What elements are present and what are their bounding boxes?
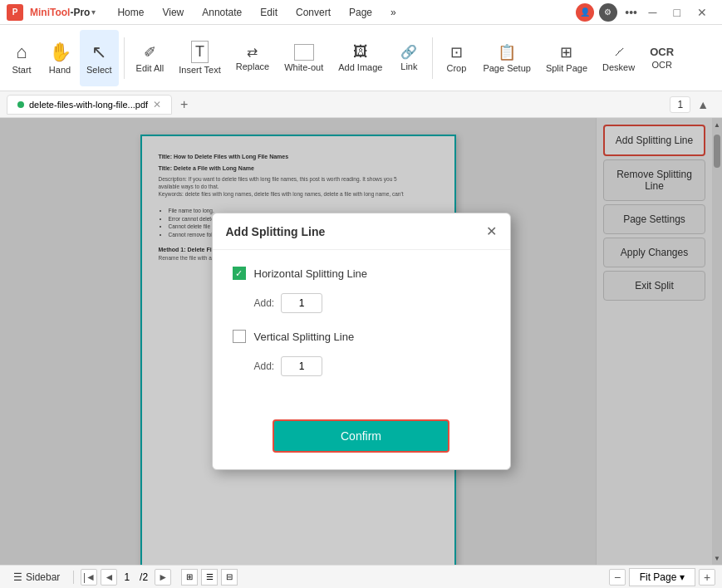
next-page-button[interactable]: ► bbox=[155, 569, 171, 586]
new-tab-button[interactable]: + bbox=[172, 94, 196, 115]
toolbar-hand[interactable]: ✋ Hand bbox=[42, 30, 78, 86]
edit-all-icon: ✐ bbox=[144, 43, 156, 61]
sidebar-toggle[interactable]: ☰ Sidebar bbox=[7, 570, 66, 585]
sidebar-icon: ☰ bbox=[13, 571, 22, 583]
first-page-button[interactable]: |◄ bbox=[81, 569, 97, 586]
bottombar-divider-1 bbox=[73, 571, 74, 584]
titlebar-nav: Home View Annotate Edit Convert Page » bbox=[109, 5, 404, 20]
toolbar-replace-label: Replace bbox=[236, 61, 269, 71]
toolbar-start-label: Start bbox=[12, 65, 31, 75]
page-navigation: |◄ ◄ 1 /2 ► bbox=[81, 569, 171, 586]
toolbar-add-image[interactable]: 🖼 Add Image bbox=[332, 30, 389, 86]
vertical-add-label: Add: bbox=[254, 360, 275, 372]
app-dropdown-icon[interactable]: ▾ bbox=[91, 7, 96, 17]
titlebar: P MiniTool-Pro ▾ Home View Annotate Edit… bbox=[0, 0, 722, 25]
toolbar-insert-text[interactable]: T Insert Text bbox=[172, 30, 228, 86]
zoom-controls: − Fit Page ▾ + bbox=[609, 568, 715, 586]
vertical-add-input[interactable] bbox=[281, 356, 322, 376]
tab-filename: delete-files-with-long-file...pdf bbox=[29, 100, 148, 110]
toolbar-split-page-label: Split Page bbox=[546, 63, 587, 73]
dialog-overlay: Add Splitting Line ✕ ✓ Horizontal Splitt… bbox=[0, 118, 722, 565]
deskew-icon: ⟋ bbox=[611, 43, 626, 61]
horizontal-add-row: Add: bbox=[254, 293, 490, 313]
toolbar: ⌂ Start ✋ Hand ↖ Select ✐ Edit All T Ins… bbox=[0, 25, 722, 91]
nav-home[interactable]: Home bbox=[109, 5, 152, 20]
zoom-in-button[interactable]: + bbox=[699, 569, 715, 586]
toolbar-white-out[interactable]: White-out bbox=[278, 30, 330, 86]
account-icon[interactable]: 👤 bbox=[576, 3, 594, 22]
toolbar-edit-all-label: Edit All bbox=[136, 63, 165, 73]
horizontal-add-input[interactable] bbox=[281, 293, 322, 313]
dialog-body: ✓ Horizontal Splitting Line Add: Vertica… bbox=[213, 250, 510, 409]
toolbar-add-image-label: Add Image bbox=[338, 62, 382, 72]
toolbar-white-out-label: White-out bbox=[284, 62, 323, 72]
confirm-button[interactable]: Confirm bbox=[273, 419, 449, 453]
vertical-row: Vertical Splitting Line bbox=[233, 330, 490, 343]
zoom-value-container[interactable]: Fit Page ▾ bbox=[629, 568, 695, 586]
dialog-title: Add Splitting Line bbox=[226, 225, 326, 238]
toolbar-deskew[interactable]: ⟋ Deskew bbox=[596, 30, 641, 86]
view-options: ⊞ ☰ ⊟ bbox=[181, 569, 238, 586]
more-options-icon[interactable]: ••• bbox=[622, 3, 641, 22]
horizontal-row: ✓ Horizontal Splitting Line bbox=[233, 267, 490, 280]
nav-convert[interactable]: Convert bbox=[287, 5, 339, 20]
add-splitting-line-dialog: Add Splitting Line ✕ ✓ Horizontal Splitt… bbox=[212, 213, 511, 470]
view-option-1[interactable]: ⊞ bbox=[181, 569, 198, 586]
toolbar-page-setup-label: Page Setup bbox=[483, 63, 531, 73]
nav-page[interactable]: Page bbox=[341, 5, 381, 20]
app-name: MiniTool-Pro bbox=[30, 7, 90, 18]
toolbar-deskew-label: Deskew bbox=[602, 62, 635, 72]
crop-icon: ⊡ bbox=[450, 43, 463, 61]
tab-scroll-up[interactable]: ▲ bbox=[690, 98, 715, 111]
vertical-label: Vertical Splitting Line bbox=[254, 331, 355, 343]
current-page: 1 bbox=[120, 571, 133, 583]
maximize-button[interactable]: □ bbox=[666, 0, 689, 25]
vertical-checkbox[interactable] bbox=[233, 330, 246, 343]
split-page-icon: ⊞ bbox=[560, 43, 572, 61]
toolbar-insert-text-label: Insert Text bbox=[179, 65, 221, 75]
view-option-2[interactable]: ☰ bbox=[201, 569, 218, 586]
dialog-close-button[interactable]: ✕ bbox=[486, 223, 497, 239]
toolbar-edit-all[interactable]: ✐ Edit All bbox=[130, 30, 171, 86]
vertical-add-row: Add: bbox=[254, 356, 490, 376]
zoom-out-button[interactable]: − bbox=[609, 569, 626, 586]
hand-icon: ✋ bbox=[49, 42, 71, 63]
nav-edit[interactable]: Edit bbox=[252, 5, 286, 20]
main-area: Title: How to Delete Files with Long Fil… bbox=[0, 118, 722, 565]
horizontal-checkbox[interactable]: ✓ bbox=[233, 267, 246, 280]
select-icon: ↖ bbox=[91, 42, 106, 63]
toolbar-select[interactable]: ↖ Select bbox=[80, 30, 119, 86]
nav-view[interactable]: View bbox=[154, 5, 192, 20]
titlebar-actions: 👤 ⚙ ••• bbox=[576, 3, 641, 22]
settings-icon[interactable]: ⚙ bbox=[599, 3, 617, 22]
nav-more[interactable]: » bbox=[382, 5, 405, 20]
toolbar-page-setup[interactable]: 📋 Page Setup bbox=[476, 30, 538, 86]
nav-annotate[interactable]: Annotate bbox=[194, 5, 250, 20]
toolbar-ocr-label: OCR bbox=[651, 60, 671, 70]
white-out-icon bbox=[294, 44, 314, 61]
start-icon: ⌂ bbox=[16, 42, 27, 63]
prev-page-button[interactable]: ◄ bbox=[101, 569, 117, 586]
minimize-button[interactable]: ─ bbox=[641, 0, 666, 25]
toolbar-link-label: Link bbox=[400, 61, 417, 71]
insert-text-icon: T bbox=[191, 41, 209, 63]
toolbar-ocr[interactable]: OCR OCR bbox=[643, 30, 680, 86]
toolbar-link[interactable]: 🔗 Link bbox=[390, 30, 427, 86]
replace-icon: ⇄ bbox=[247, 44, 258, 60]
toolbar-start[interactable]: ⌂ Start bbox=[3, 30, 40, 86]
dialog-footer: Confirm bbox=[213, 409, 510, 469]
app-logo: P bbox=[7, 4, 23, 21]
close-button[interactable]: ✕ bbox=[689, 0, 715, 25]
toolbar-crop[interactable]: ⊡ Crop bbox=[438, 30, 474, 86]
toolbar-replace[interactable]: ⇄ Replace bbox=[229, 30, 276, 86]
horizontal-label: Horizontal Splitting Line bbox=[254, 267, 368, 280]
zoom-value: Fit Page bbox=[640, 571, 677, 583]
link-icon: 🔗 bbox=[400, 44, 417, 60]
document-tab[interactable]: delete-files-with-long-file...pdf ✕ bbox=[7, 95, 172, 115]
toolbar-split-page[interactable]: ⊞ Split Page bbox=[539, 30, 594, 86]
view-option-3[interactable]: ⊟ bbox=[221, 569, 238, 586]
tab-close-button[interactable]: ✕ bbox=[153, 99, 161, 110]
tab-status-dot bbox=[17, 101, 24, 108]
add-image-icon: 🖼 bbox=[353, 43, 368, 61]
total-pages: /2 bbox=[136, 571, 151, 583]
